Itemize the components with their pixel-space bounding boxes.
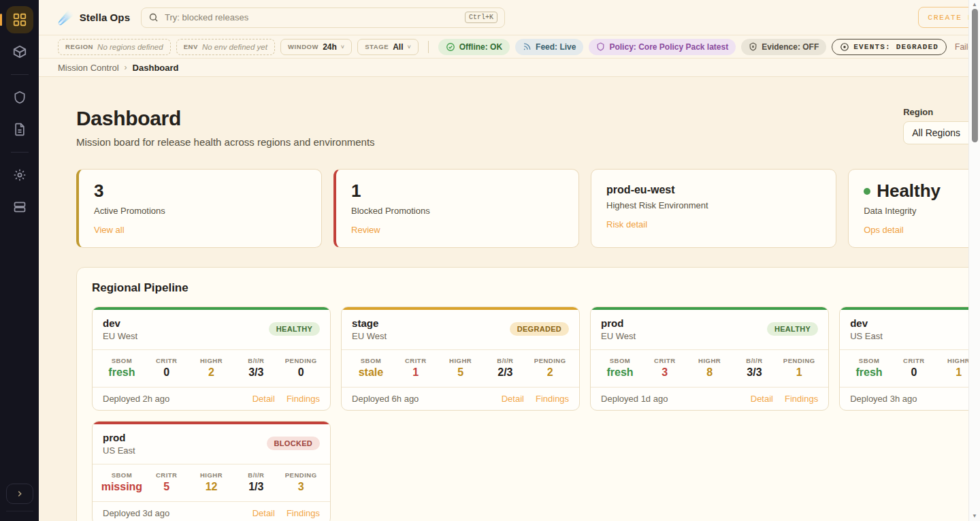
shield-icon [596, 42, 605, 51]
stat-cards-row: 3 Active Promotions View all 1 Blocked P… [76, 169, 980, 248]
environment-name: dev [103, 317, 137, 329]
view-all-link[interactable]: View all [94, 225, 125, 235]
scroll-down-arrow-icon[interactable]: ▼ [972, 511, 977, 521]
env-filter-label: ENV [184, 43, 198, 50]
metric-label: CRITR [892, 357, 936, 364]
env-filter-chip[interactable]: ENV No env defined yet [176, 39, 275, 55]
stat-card-highest-risk: prod-eu-west Highest Risk Environment Ri… [591, 169, 836, 248]
stage-filter-dropdown[interactable]: STAGE All ˅ [357, 39, 419, 55]
ops-detail-link[interactable]: Ops detail [864, 225, 904, 235]
status-badge: DEGRADED [510, 322, 569, 336]
risk-detail-link[interactable]: Risk detail [606, 219, 647, 230]
detail-link[interactable]: Detail [252, 394, 275, 404]
stat-card-data-integrity: Healthy Data Integrity Ops detail [848, 169, 980, 248]
regional-pipeline-panel: Regional Pipeline All environments dev E… [76, 267, 980, 521]
metric-value: 12 [189, 481, 234, 493]
metric-label: SBOM [598, 357, 642, 364]
deployed-time: Deployed 3d ago [103, 508, 169, 518]
stat-value: 1 [351, 181, 564, 202]
stat-label: Highest Risk Environment [606, 200, 821, 210]
metric-value: 3 [642, 366, 687, 379]
breadcrumb-parent[interactable]: Mission Control [58, 63, 119, 73]
region-name: EU West [352, 331, 387, 341]
events-status-text: EVENTS: DEGRADED [853, 43, 938, 51]
region-filter-chip[interactable]: REGION No regions defined [58, 39, 171, 55]
metric-value: fresh [847, 366, 892, 379]
stat-value: Healthy [864, 181, 980, 202]
sidebar-divider [11, 74, 29, 75]
policy-status-text: Policy: Core Policy Pack latest [609, 42, 728, 52]
stat-value: prod-eu-west [606, 184, 821, 196]
scroll-up-arrow-icon[interactable]: ▲ [972, 0, 977, 10]
metric-label: SBOM [847, 357, 892, 364]
sidebar-item-security[interactable] [6, 84, 33, 111]
panel-title: Regional Pipeline [92, 281, 189, 295]
scrollbar-thumb[interactable] [972, 9, 978, 142]
check-circle-icon [446, 42, 455, 52]
window-filter-dropdown[interactable]: WINDOW 24h ˅ [280, 39, 352, 55]
pipeline-card-stage-eu-west: stage EU West DEGRADED SBOMstale CRITR1 … [341, 306, 580, 411]
status-badge: BLOCKED [267, 437, 321, 450]
window-filter-value: 24h [323, 42, 337, 52]
region-name: EU West [103, 331, 137, 341]
detail-link[interactable]: Detail [252, 508, 275, 518]
findings-link[interactable]: Findings [287, 394, 320, 404]
env-filter-value: No env defined yet [202, 43, 267, 51]
findings-link[interactable]: Findings [536, 394, 569, 404]
offline-status-text: Offline: OK [459, 42, 502, 52]
evidence-status-text: Evidence: OFF [762, 42, 819, 52]
chevron-down-icon: ˅ [408, 44, 411, 50]
offline-status-pill: Offline: OK [438, 39, 510, 55]
chevron-down-icon: ˅ [341, 44, 344, 50]
stat-label: Blocked Promotions [351, 206, 564, 216]
sidebar-collapse-button[interactable] [6, 484, 33, 504]
status-badge: HEALTHY [269, 322, 320, 336]
stat-label: Data Integrity [864, 206, 980, 216]
region-name: US East [850, 331, 883, 341]
package-icon [12, 44, 27, 59]
metric-label: B/I/R [233, 357, 278, 364]
metric-value: 0 [278, 366, 323, 379]
sidebar-item-dashboard[interactable] [6, 6, 33, 33]
sidebar-item-settings[interactable] [6, 161, 33, 189]
top-bar: ☄️ Stella Ops Ctrl+K CREATE RELEASE admi… [39, 0, 980, 35]
metric-label: HIGHR [189, 471, 234, 479]
metric-value: 1 [777, 366, 821, 379]
shield-off-icon [749, 42, 757, 51]
context-filter-bar: REGION No regions defined ENV No env def… [39, 35, 980, 59]
gear-icon [13, 168, 27, 182]
app-logo[interactable]: ☄️ Stella Ops [58, 10, 130, 25]
metric-label: CRITR [144, 357, 189, 364]
health-dot-icon [864, 188, 870, 195]
metric-label: PENDING [278, 357, 323, 364]
metric-label: B/I/R [233, 471, 278, 479]
environment-name: dev [850, 317, 883, 329]
sidebar-item-packages[interactable] [6, 38, 33, 65]
region-filter-label: REGION [65, 43, 93, 50]
metric-value: 5 [438, 366, 483, 379]
vertical-scrollbar[interactable]: ▲ ▼ [968, 0, 980, 521]
comet-logo-icon: ☄️ [58, 10, 74, 25]
metric-label: B/I/R [483, 357, 527, 364]
rss-icon [523, 42, 532, 51]
detail-link[interactable]: Detail [751, 394, 773, 404]
search-input[interactable] [165, 12, 459, 22]
sidebar-item-documents[interactable] [6, 116, 33, 143]
search-icon [148, 12, 159, 22]
detail-link[interactable]: Detail [502, 394, 524, 404]
global-search[interactable]: Ctrl+K [141, 7, 505, 28]
review-link[interactable]: Review [351, 225, 380, 235]
metric-value: 5 [144, 481, 189, 493]
metric-label: HIGHR [189, 357, 234, 364]
metric-label: CRITR [393, 357, 438, 364]
environment-name: stage [352, 317, 387, 329]
findings-link[interactable]: Findings [785, 394, 818, 404]
breadcrumb-current: Dashboard [133, 63, 179, 73]
metric-value: 2/3 [483, 366, 527, 379]
collapse-chevron-icon [15, 489, 24, 499]
deployed-time: Deployed 3h ago [850, 394, 917, 404]
findings-link[interactable]: Findings [287, 508, 320, 518]
metric-label: B/I/R [732, 357, 777, 364]
sidebar [0, 0, 39, 521]
sidebar-item-infrastructure[interactable] [6, 193, 33, 221]
